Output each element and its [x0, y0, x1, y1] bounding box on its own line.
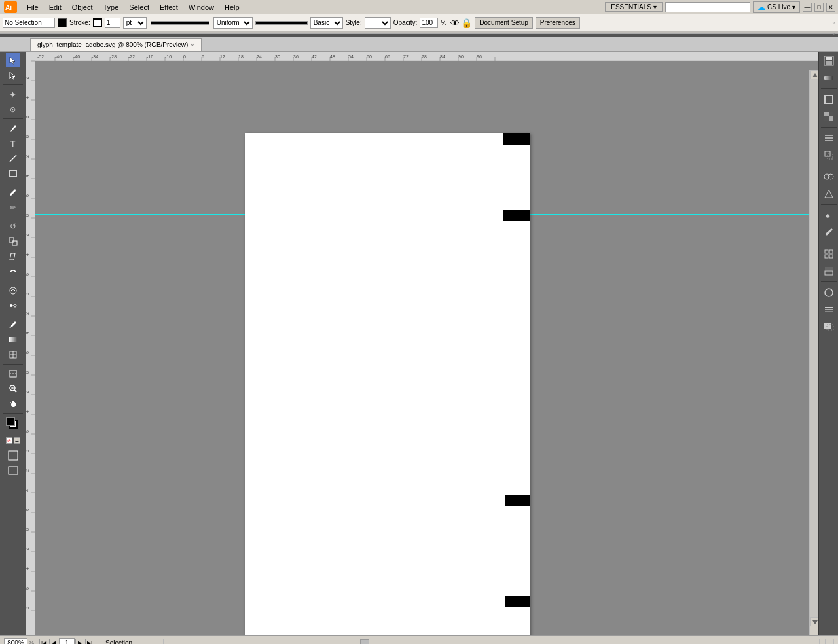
- style-select[interactable]: [365, 17, 391, 29]
- tool-reshape[interactable]: [6, 264, 20, 279]
- tool-mesh[interactable]: [6, 348, 20, 362]
- panel-swatches-icon[interactable]: [821, 263, 837, 279]
- opacity-input[interactable]: [420, 18, 438, 28]
- panel-table-icon[interactable]: [821, 246, 837, 262]
- stroke-preview: [151, 21, 210, 25]
- panel-gradient-icon[interactable]: [821, 70, 837, 86]
- tool-pencil[interactable]: ✏: [6, 200, 20, 215]
- close-button[interactable]: ✕: [826, 3, 835, 12]
- tab-close-button[interactable]: ×: [191, 42, 194, 48]
- svg-text:24: 24: [257, 54, 262, 59]
- first-page-button[interactable]: |◀: [39, 639, 48, 645]
- tool-gradient[interactable]: [6, 332, 20, 347]
- vertical-scrollbar[interactable]: [809, 70, 818, 635]
- scroll-down-button[interactable]: [810, 617, 818, 626]
- collapse-strip: »: [0, 31, 838, 34]
- tool-scale[interactable]: [6, 234, 20, 249]
- menu-select[interactable]: Select: [124, 2, 154, 12]
- document-tab[interactable]: glyph_template_adobe.svg @ 800% (RGB/Pre…: [30, 38, 202, 51]
- panel-transparency-icon[interactable]: [821, 109, 837, 124]
- tool-rect[interactable]: [6, 166, 20, 181]
- tool-line[interactable]: [6, 151, 20, 166]
- view-mode-btn[interactable]: [6, 448, 20, 463]
- top-rect: [503, 133, 530, 145]
- tool-direct-select[interactable]: [6, 68, 20, 82]
- tool-shear[interactable]: [6, 249, 20, 264]
- menu-edit[interactable]: Edit: [45, 2, 66, 12]
- stroke-unit-select[interactable]: pt px in: [123, 17, 147, 29]
- panel-symbols-icon[interactable]: ♣: [821, 207, 837, 223]
- next-page-button[interactable]: ▶: [75, 639, 84, 645]
- svg-text:8: 8: [26, 293, 29, 295]
- panel-appearance-icon[interactable]: [821, 186, 837, 202]
- tool-selection[interactable]: [6, 53, 20, 67]
- svg-text:4: 4: [26, 489, 29, 492]
- panel-color-icon[interactable]: [821, 53, 837, 69]
- last-page-button[interactable]: ▶|: [85, 639, 94, 645]
- search-input[interactable]: [665, 2, 750, 12]
- svg-text:-46: -46: [55, 54, 62, 59]
- tool-blend[interactable]: [6, 298, 20, 313]
- page-number-input[interactable]: [59, 638, 75, 645]
- tool-lasso[interactable]: ⊙: [6, 102, 20, 116]
- scroll-up-button[interactable]: [810, 70, 818, 79]
- menu-type[interactable]: Type: [99, 2, 124, 12]
- canvas-content[interactable]: [35, 61, 818, 635]
- brush-select[interactable]: Basic: [310, 17, 343, 29]
- tool-magic-wand[interactable]: ✦: [6, 87, 20, 101]
- panel-stroke-icon[interactable]: [821, 92, 837, 107]
- tool-type[interactable]: T: [6, 136, 20, 151]
- minimize-button[interactable]: —: [803, 3, 812, 12]
- stroke-style-select[interactable]: Uniform Fixed: [213, 17, 253, 29]
- scroll-thumb-horizontal[interactable]: [360, 639, 369, 645]
- panel-brushes-icon[interactable]: [821, 224, 837, 240]
- restore-button[interactable]: □: [814, 3, 824, 12]
- svg-rect-4: [9, 238, 14, 242]
- scrollbar-horizontal[interactable]: [163, 639, 820, 645]
- panel-align-icon[interactable]: [821, 130, 837, 146]
- panel-circle-icon[interactable]: [821, 285, 837, 300]
- essentials-button[interactable]: ESSENTIALS ▾: [605, 2, 663, 12]
- svg-rect-154: [825, 255, 828, 258]
- panel-artboards-icon[interactable]: [821, 319, 837, 334]
- svg-point-7: [10, 304, 12, 307]
- tool-divider-8: [3, 413, 23, 414]
- svg-text:2: 2: [26, 234, 29, 236]
- visibility-icon[interactable]: 👁: [450, 18, 460, 28]
- menu-help[interactable]: Help: [220, 2, 244, 12]
- swap-button[interactable]: ⇄: [14, 437, 20, 444]
- tool-eyedropper[interactable]: [6, 317, 20, 332]
- tool-pen[interactable]: [6, 121, 20, 135]
- lock-icon[interactable]: 🔒: [461, 18, 472, 28]
- tool-brush[interactable]: [6, 185, 20, 200]
- menu-window[interactable]: Window: [184, 2, 219, 12]
- tool-warp[interactable]: [6, 283, 20, 298]
- preferences-button[interactable]: Preferences: [536, 17, 580, 29]
- tool-rotate[interactable]: ↺: [6, 219, 20, 234]
- menu-object[interactable]: Object: [67, 2, 98, 12]
- fill-color-box[interactable]: [58, 18, 67, 27]
- menu-file[interactable]: File: [22, 2, 43, 12]
- canvas-area[interactable]: -52 -46 -40 -34 -28 -22 -16 -10 0 6 12 1…: [35, 52, 818, 635]
- cs-live-button[interactable]: ☁ CS Live ▾: [753, 1, 800, 13]
- tool-zoom[interactable]: [6, 382, 20, 396]
- screen-mode-btn[interactable]: [6, 463, 20, 478]
- tool-slice[interactable]: [6, 367, 20, 381]
- stroke-weight-input[interactable]: [105, 18, 120, 28]
- zoom-input[interactable]: [4, 638, 27, 645]
- panel-pathfinder-icon[interactable]: [821, 169, 837, 185]
- stroke-color-box[interactable]: [93, 18, 102, 27]
- svg-text:78: 78: [422, 54, 427, 59]
- fill-swatch-box[interactable]: [6, 417, 15, 426]
- panel-transform-icon[interactable]: [821, 147, 837, 163]
- status-divider-1: [100, 638, 100, 645]
- tool-hand[interactable]: [6, 397, 20, 411]
- doc-setup-button[interactable]: Document Setup: [475, 17, 533, 29]
- svg-text:18: 18: [238, 54, 244, 59]
- panel-layers-icon[interactable]: [821, 302, 837, 317]
- svg-text:2: 2: [26, 469, 29, 472]
- prev-page-button[interactable]: ◀: [49, 639, 58, 645]
- selection-input[interactable]: [3, 18, 55, 28]
- none-button[interactable]: ⊘: [6, 437, 12, 444]
- menu-effect[interactable]: Effect: [155, 2, 183, 12]
